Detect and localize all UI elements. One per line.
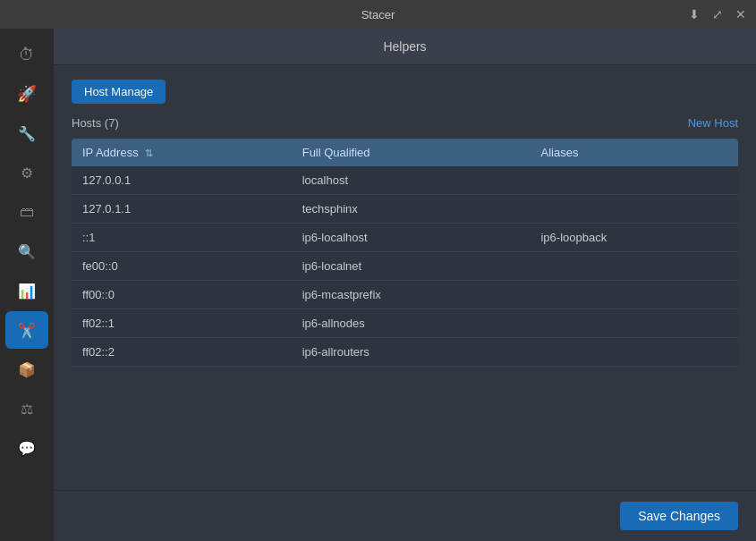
content-body: Host Manage Hosts (7) New Host IP Addres… [54,65,756,490]
sidebar-item-startup[interactable]: 🚀 [5,75,48,113]
hosts-header-row: Hosts (7) New Host [72,116,738,130]
cell-ip: ::1 [72,224,292,252]
cell-ip: ff02::1 [72,309,292,338]
col-full-qualified: Full Qualified [292,139,531,166]
table-header: IP Address ⇅ Full Qualified Aliases [72,139,738,166]
processes-icon: ⚙ [21,165,33,182]
cell-aliases [530,309,738,338]
cell-aliases [530,195,738,224]
col-aliases: Aliases [530,139,738,166]
cell-fqdn: ip6-localnet [292,252,531,281]
sidebar-item-packages[interactable]: 📦 [5,351,48,388]
table-header-row: IP Address ⇅ Full Qualified Aliases [72,139,738,166]
cell-fqdn: ip6-allrouters [292,338,531,367]
services-icon: 🔧 [18,125,36,142]
hosts-count: Hosts (7) [72,116,119,130]
packages-icon: 📦 [18,361,36,378]
app-title: Stacer [361,8,395,21]
startup-icon: 🚀 [17,84,37,104]
uninstaller-icon: 🗃 [20,204,34,220]
cell-aliases [530,281,738,309]
sidebar-item-disks[interactable]: 📊 [5,272,48,309]
sidebar: ⏱ 🚀 🔧 ⚙ 🗃 🔍 📊 ✂️ 📦 ⚖ 💬 [0,29,54,541]
cell-fqdn: techsphinx [292,195,531,224]
section-header: Helpers [54,29,756,65]
helpers-icon: ✂️ [18,322,36,339]
host-manage-button[interactable]: Host Manage [72,80,166,104]
sidebar-item-logs[interactable]: 💬 [5,429,48,467]
titlebar: Stacer ⬇ ⤢ ✕ [0,0,756,29]
sidebar-item-uninstaller[interactable]: 🗃 [5,193,48,231]
cell-aliases [530,338,738,367]
settings-icon: ⚖ [21,401,33,418]
footer: Save Changes [54,490,756,541]
content-area: Helpers Host Manage Hosts (7) New Host I… [54,29,756,541]
resources-icon: 🔍 [18,243,36,260]
close-button[interactable]: ✕ [733,6,749,22]
table-row[interactable]: 127.0.1.1techsphinx [72,195,738,224]
cell-ip: fe00::0 [72,252,292,281]
table-row[interactable]: ::1ip6-localhostip6-loopback [72,224,738,252]
cell-ip: 127.0.0.1 [72,166,292,195]
sidebar-item-dashboard[interactable]: ⏱ [5,36,48,73]
download-button[interactable]: ⬇ [686,6,702,22]
section-title: Helpers [383,39,426,54]
hosts-tbody: 127.0.0.1localhost127.0.1.1techsphinx::1… [72,166,738,367]
save-changes-button[interactable]: Save Changes [620,502,738,530]
sidebar-item-settings[interactable]: ⚖ [5,390,48,427]
cell-ip: ff00::0 [72,281,292,309]
hosts-table: IP Address ⇅ Full Qualified Aliases 127.… [72,139,738,367]
cell-fqdn: ip6-mcastprefix [292,281,531,309]
cell-aliases [530,166,738,195]
table-row[interactable]: 127.0.0.1localhost [72,166,738,195]
main-layout: ⏱ 🚀 🔧 ⚙ 🗃 🔍 📊 ✂️ 📦 ⚖ 💬 [0,29,756,541]
cell-fqdn: localhost [292,166,531,195]
table-row[interactable]: ff02::1ip6-allnodes [72,309,738,338]
sidebar-item-processes[interactable]: ⚙ [5,154,48,191]
disks-icon: 📊 [18,283,36,300]
logs-icon: 💬 [18,440,36,457]
cell-fqdn: ip6-allnodes [292,309,531,338]
sidebar-item-helpers[interactable]: ✂️ [5,311,48,349]
cell-ip: ff02::2 [72,338,292,367]
sidebar-item-services[interactable]: 🔧 [5,114,48,152]
col-ip-address[interactable]: IP Address ⇅ [72,139,292,166]
cell-aliases [530,252,738,281]
cell-fqdn: ip6-localhost [292,224,531,252]
sidebar-item-resources[interactable]: 🔍 [5,232,48,270]
dashboard-icon: ⏱ [19,46,35,64]
table-row[interactable]: ff02::2ip6-allrouters [72,338,738,367]
table-row[interactable]: fe00::0ip6-localnet [72,252,738,281]
sort-icon: ⇅ [145,148,153,158]
cell-ip: 127.0.1.1 [72,195,292,224]
cell-aliases: ip6-loopback [530,224,738,252]
table-row[interactable]: ff00::0ip6-mcastprefix [72,281,738,309]
maximize-button[interactable]: ⤢ [709,6,726,22]
window-controls: ⬇ ⤢ ✕ [686,6,749,22]
new-host-link[interactable]: New Host [688,116,738,130]
